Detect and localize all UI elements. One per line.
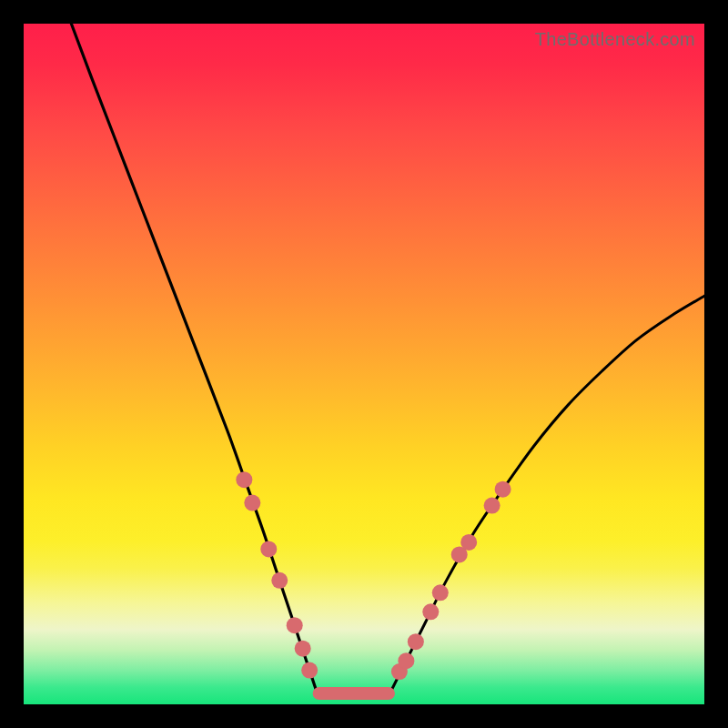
curve-layer — [24, 24, 704, 704]
marker-dot — [398, 652, 414, 669]
marker-dot — [432, 584, 449, 601]
marker-dot — [422, 603, 439, 620]
marker-dot — [460, 534, 477, 551]
marker-dot — [244, 495, 260, 511]
marker-dot — [236, 471, 252, 488]
marker-dot — [295, 641, 311, 657]
curve-right-branch — [391, 296, 704, 691]
marker-dot — [271, 572, 288, 589]
chart-frame: TheBottleneck.com — [0, 0, 728, 728]
marker-dot — [301, 662, 318, 679]
marker-dot — [408, 633, 424, 650]
curve-left-branch — [71, 24, 316, 691]
marker-dot — [495, 481, 511, 498]
marker-dot — [260, 541, 277, 557]
marker-dot — [287, 617, 303, 633]
marker-dot — [484, 498, 500, 514]
plot-area: TheBottleneck.com — [24, 24, 704, 704]
